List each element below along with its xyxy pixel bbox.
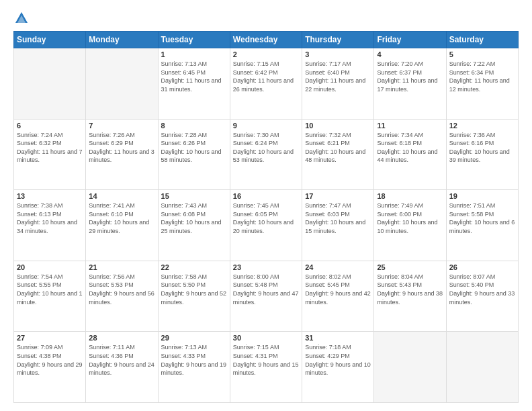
calendar-cell: 16Sunrise: 7:45 AM Sunset: 6:05 PM Dayli… [230,190,302,261]
day-info: Sunrise: 7:20 AM Sunset: 6:37 PM Dayligh… [377,60,443,93]
day-info: Sunrise: 7:43 AM Sunset: 6:08 PM Dayligh… [161,201,227,235]
day-number: 21 [89,263,154,271]
logo-icon [14,11,29,26]
day-info: Sunrise: 7:11 AM Sunset: 4:36 PM Dayligh… [89,343,154,377]
day-number: 17 [305,192,371,200]
col-thursday: Thursday [302,32,374,48]
day-info: Sunrise: 7:41 AM Sunset: 6:10 PM Dayligh… [89,201,154,235]
day-info: Sunrise: 7:32 AM Sunset: 6:21 PM Dayligh… [305,131,371,165]
calendar-cell: 18Sunrise: 7:49 AM Sunset: 6:00 PM Dayli… [374,190,446,261]
calendar-cell: 24Sunrise: 8:02 AM Sunset: 5:45 PM Dayli… [302,261,374,332]
calendar-cell [14,48,86,120]
day-info: Sunrise: 7:34 AM Sunset: 6:18 PM Dayligh… [377,131,443,165]
day-info: Sunrise: 8:02 AM Sunset: 5:45 PM Dayligh… [305,273,371,306]
day-number: 8 [161,122,227,130]
day-info: Sunrise: 7:17 AM Sunset: 6:40 PM Dayligh… [305,60,371,93]
day-number: 31 [305,334,371,342]
calendar-week-row: 6Sunrise: 7:24 AM Sunset: 6:32 PM Daylig… [14,119,519,190]
day-info: Sunrise: 7:38 AM Sunset: 6:13 PM Dayligh… [17,201,83,235]
logo [13,11,30,24]
day-number: 27 [17,334,83,342]
calendar-cell: 30Sunrise: 7:15 AM Sunset: 4:31 PM Dayli… [230,332,302,403]
calendar-cell: 6Sunrise: 7:24 AM Sunset: 6:32 PM Daylig… [14,119,86,190]
day-info: Sunrise: 7:58 AM Sunset: 5:50 PM Dayligh… [161,273,227,306]
calendar-cell [374,332,446,403]
calendar-cell: 15Sunrise: 7:43 AM Sunset: 6:08 PM Dayli… [158,190,230,261]
day-info: Sunrise: 7:22 AM Sunset: 6:34 PM Dayligh… [449,60,515,93]
calendar-cell: 22Sunrise: 7:58 AM Sunset: 5:50 PM Dayli… [158,261,230,332]
day-number: 14 [89,192,154,200]
day-number: 11 [377,122,443,130]
day-info: Sunrise: 8:07 AM Sunset: 5:40 PM Dayligh… [449,273,515,306]
day-info: Sunrise: 7:30 AM Sunset: 6:24 PM Dayligh… [233,131,299,165]
calendar-cell: 9Sunrise: 7:30 AM Sunset: 6:24 PM Daylig… [230,119,302,190]
day-info: Sunrise: 7:36 AM Sunset: 6:16 PM Dayligh… [449,131,515,165]
calendar-cell: 12Sunrise: 7:36 AM Sunset: 6:16 PM Dayli… [446,119,518,190]
day-info: Sunrise: 7:26 AM Sunset: 6:29 PM Dayligh… [89,131,154,165]
day-number: 24 [305,263,371,271]
day-info: Sunrise: 7:13 AM Sunset: 6:45 PM Dayligh… [161,60,227,93]
day-info: Sunrise: 7:24 AM Sunset: 6:32 PM Dayligh… [17,131,83,165]
day-number: 13 [17,192,83,200]
day-info: Sunrise: 7:13 AM Sunset: 4:33 PM Dayligh… [161,343,227,377]
day-info: Sunrise: 7:09 AM Sunset: 4:38 PM Dayligh… [17,343,83,377]
calendar-header-row: Sunday Monday Tuesday Wednesday Thursday… [14,32,519,48]
day-number: 18 [377,192,443,200]
calendar-cell: 20Sunrise: 7:54 AM Sunset: 5:55 PM Dayli… [14,261,86,332]
calendar-cell: 1Sunrise: 7:13 AM Sunset: 6:45 PM Daylig… [158,48,230,120]
day-info: Sunrise: 7:45 AM Sunset: 6:05 PM Dayligh… [233,201,299,235]
calendar-cell: 3Sunrise: 7:17 AM Sunset: 6:40 PM Daylig… [302,48,374,120]
calendar-week-row: 27Sunrise: 7:09 AM Sunset: 4:38 PM Dayli… [14,332,519,403]
day-number: 15 [161,192,227,200]
day-number: 4 [377,50,443,58]
calendar-cell: 27Sunrise: 7:09 AM Sunset: 4:38 PM Dayli… [14,332,86,403]
calendar-cell: 28Sunrise: 7:11 AM Sunset: 4:36 PM Dayli… [86,332,158,403]
day-number: 1 [161,50,227,58]
day-number: 10 [305,122,371,130]
day-number: 2 [233,50,299,58]
day-number: 3 [305,50,371,58]
day-number: 19 [449,192,515,200]
day-number: 12 [449,122,515,130]
day-info: Sunrise: 7:47 AM Sunset: 6:03 PM Dayligh… [305,201,371,235]
calendar-cell: 4Sunrise: 7:20 AM Sunset: 6:37 PM Daylig… [374,48,446,120]
day-number: 16 [233,192,299,200]
page: Sunday Monday Tuesday Wednesday Thursday… [0,0,532,411]
day-number: 25 [377,263,443,271]
day-number: 20 [17,263,83,271]
calendar-cell: 17Sunrise: 7:47 AM Sunset: 6:03 PM Dayli… [302,190,374,261]
day-number: 28 [89,334,154,342]
day-info: Sunrise: 7:54 AM Sunset: 5:55 PM Dayligh… [17,273,83,306]
day-info: Sunrise: 7:49 AM Sunset: 6:00 PM Dayligh… [377,201,443,235]
calendar-week-row: 20Sunrise: 7:54 AM Sunset: 5:55 PM Dayli… [14,261,519,332]
calendar-cell [446,332,518,403]
day-number: 26 [449,263,515,271]
calendar-cell: 19Sunrise: 7:51 AM Sunset: 5:58 PM Dayli… [446,190,518,261]
calendar-cell: 29Sunrise: 7:13 AM Sunset: 4:33 PM Dayli… [158,332,230,403]
day-number: 29 [161,334,227,342]
calendar-cell: 7Sunrise: 7:26 AM Sunset: 6:29 PM Daylig… [86,119,158,190]
day-info: Sunrise: 7:15 AM Sunset: 4:31 PM Dayligh… [233,343,299,377]
day-number: 22 [161,263,227,271]
day-number: 30 [233,334,299,342]
calendar-week-row: 13Sunrise: 7:38 AM Sunset: 6:13 PM Dayli… [14,190,519,261]
calendar-cell: 11Sunrise: 7:34 AM Sunset: 6:18 PM Dayli… [374,119,446,190]
day-number: 9 [233,122,299,130]
calendar-cell: 14Sunrise: 7:41 AM Sunset: 6:10 PM Dayli… [86,190,158,261]
calendar-cell: 10Sunrise: 7:32 AM Sunset: 6:21 PM Dayli… [302,119,374,190]
calendar-cell: 13Sunrise: 7:38 AM Sunset: 6:13 PM Dayli… [14,190,86,261]
col-friday: Friday [374,32,446,48]
day-info: Sunrise: 7:56 AM Sunset: 5:53 PM Dayligh… [89,273,154,306]
day-info: Sunrise: 7:28 AM Sunset: 6:26 PM Dayligh… [161,131,227,165]
col-saturday: Saturday [446,32,518,48]
day-number: 23 [233,263,299,271]
calendar-week-row: 1Sunrise: 7:13 AM Sunset: 6:45 PM Daylig… [14,48,519,120]
day-info: Sunrise: 8:04 AM Sunset: 5:43 PM Dayligh… [377,273,443,306]
header [13,11,519,24]
day-info: Sunrise: 7:51 AM Sunset: 5:58 PM Dayligh… [449,201,515,235]
day-number: 7 [89,122,154,130]
calendar-cell: 8Sunrise: 7:28 AM Sunset: 6:26 PM Daylig… [158,119,230,190]
day-number: 6 [17,122,83,130]
day-info: Sunrise: 8:00 AM Sunset: 5:48 PM Dayligh… [233,273,299,306]
col-wednesday: Wednesday [230,32,302,48]
